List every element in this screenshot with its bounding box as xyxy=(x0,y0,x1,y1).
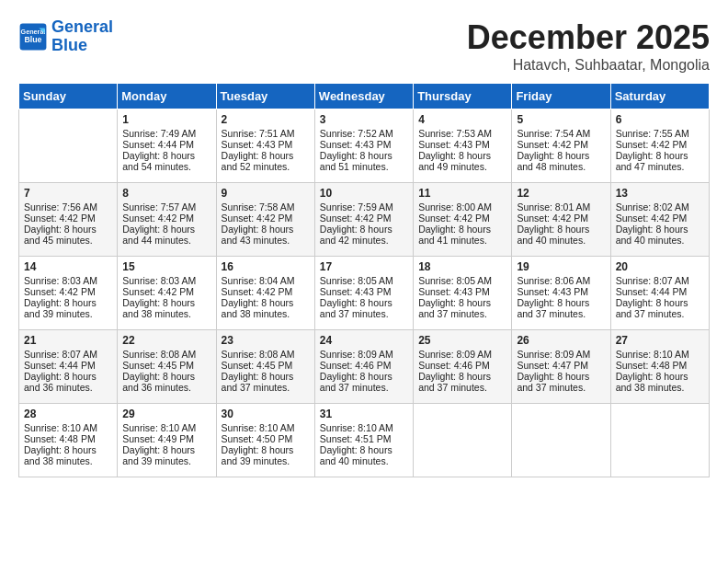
header: General Blue General Blue December 2025 … xyxy=(18,18,710,74)
day-info-line: Daylight: 8 hours xyxy=(222,297,310,308)
calendar-cell xyxy=(512,404,610,477)
day-info-line: Sunset: 4:42 PM xyxy=(122,286,210,297)
day-info-line: Sunset: 4:42 PM xyxy=(24,286,112,297)
day-info-line: Daylight: 8 hours xyxy=(616,371,704,382)
day-info-line: Sunrise: 8:03 AM xyxy=(122,275,210,286)
day-info-line: and 44 minutes. xyxy=(122,235,210,246)
day-info-line: Sunset: 4:51 PM xyxy=(320,433,408,444)
day-info-line: Daylight: 8 hours xyxy=(418,297,506,308)
day-info-line: Sunset: 4:42 PM xyxy=(320,213,408,224)
day-info-line: and 38 minutes. xyxy=(616,382,704,393)
day-number: 11 xyxy=(418,187,506,200)
day-info-line: Sunset: 4:48 PM xyxy=(616,360,704,371)
day-info-line: Sunset: 4:50 PM xyxy=(222,433,310,444)
day-info-line: Daylight: 8 hours xyxy=(517,297,605,308)
day-number: 20 xyxy=(616,260,704,273)
day-info-line: Sunset: 4:46 PM xyxy=(320,360,408,371)
day-info-line: and 45 minutes. xyxy=(24,235,112,246)
day-info-line: Daylight: 8 hours xyxy=(418,150,506,161)
day-info-line: and 40 minutes. xyxy=(320,455,408,466)
day-info-line: Sunset: 4:44 PM xyxy=(24,360,112,371)
calendar-cell: 25Sunrise: 8:09 AMSunset: 4:46 PMDayligh… xyxy=(414,330,512,404)
day-info-line: and 37 minutes. xyxy=(418,382,506,393)
day-info-line: Sunrise: 7:58 AM xyxy=(222,201,310,213)
day-info-line: Sunrise: 8:10 AM xyxy=(24,422,112,433)
day-info-line: and 37 minutes. xyxy=(222,382,310,393)
day-number: 22 xyxy=(122,334,210,347)
day-info-line: Daylight: 8 hours xyxy=(616,297,704,308)
day-info-line: and 36 minutes. xyxy=(122,382,210,393)
day-info-line: Sunset: 4:43 PM xyxy=(418,139,506,150)
weekday-header: Monday xyxy=(118,84,216,109)
day-info-line: Sunrise: 7:54 AM xyxy=(517,128,605,139)
day-info-line: Daylight: 8 hours xyxy=(222,371,310,382)
day-info-line: and 40 minutes. xyxy=(616,235,704,246)
day-info-line: Sunset: 4:43 PM xyxy=(517,286,605,297)
day-info-line: and 38 minutes. xyxy=(24,455,112,466)
location-title: Hatavch, Suhbaatar, Mongolia xyxy=(467,57,710,74)
calendar-cell: 8Sunrise: 7:57 AMSunset: 4:42 PMDaylight… xyxy=(118,183,216,257)
day-info-line: Sunrise: 8:09 AM xyxy=(517,349,605,360)
weekday-row: SundayMondayTuesdayWednesdayThursdayFrid… xyxy=(19,84,710,109)
day-info-line: Sunset: 4:43 PM xyxy=(418,286,506,297)
day-info-line: Sunrise: 8:09 AM xyxy=(320,349,408,360)
calendar-week-row: 7Sunrise: 7:56 AMSunset: 4:42 PMDaylight… xyxy=(19,183,710,257)
day-number: 12 xyxy=(517,187,605,200)
day-info-line: Sunrise: 8:00 AM xyxy=(418,201,506,213)
day-info-line: Daylight: 8 hours xyxy=(320,150,408,161)
day-number: 16 xyxy=(222,260,310,273)
day-number: 1 xyxy=(122,113,210,126)
day-info-line: Sunrise: 8:05 AM xyxy=(418,275,506,286)
calendar-header: SundayMondayTuesdayWednesdayThursdayFrid… xyxy=(19,84,710,109)
weekday-header: Saturday xyxy=(610,84,709,109)
calendar-cell: 14Sunrise: 8:03 AMSunset: 4:42 PMDayligh… xyxy=(19,257,118,330)
calendar-cell: 12Sunrise: 8:01 AMSunset: 4:42 PMDayligh… xyxy=(512,183,610,257)
day-info-line: Sunrise: 7:53 AM xyxy=(418,128,506,139)
day-info-line: Sunset: 4:42 PM xyxy=(222,213,310,224)
day-info-line: Sunrise: 8:03 AM xyxy=(24,275,112,286)
day-info-line: Sunrise: 7:56 AM xyxy=(24,201,112,213)
day-info-line: Sunrise: 8:04 AM xyxy=(222,275,310,286)
day-info-line: and 54 minutes. xyxy=(122,161,210,172)
day-info-line: and 41 minutes. xyxy=(418,235,506,246)
month-title: December 2025 xyxy=(467,18,710,57)
logo-line1: General xyxy=(51,17,113,36)
day-info-line: Sunset: 4:45 PM xyxy=(122,360,210,371)
calendar-cell xyxy=(414,404,512,477)
day-info-line: Sunrise: 8:10 AM xyxy=(122,422,210,433)
day-info-line: Daylight: 8 hours xyxy=(24,297,112,308)
day-info-line: and 48 minutes. xyxy=(517,161,605,172)
weekday-header: Wednesday xyxy=(314,84,413,109)
day-info-line: Daylight: 8 hours xyxy=(517,150,605,161)
calendar-cell: 5Sunrise: 7:54 AMSunset: 4:42 PMDaylight… xyxy=(512,109,610,183)
day-info-line: Daylight: 8 hours xyxy=(418,224,506,235)
day-info-line: and 37 minutes. xyxy=(320,308,408,319)
weekday-header: Friday xyxy=(512,84,610,109)
day-info-line: Sunset: 4:48 PM xyxy=(24,433,112,444)
logo-line2: Blue xyxy=(51,36,87,54)
day-number: 13 xyxy=(616,187,704,200)
day-number: 8 xyxy=(122,187,210,200)
day-info-line: Sunrise: 8:09 AM xyxy=(418,349,506,360)
day-info-line: Sunset: 4:46 PM xyxy=(418,360,506,371)
weekday-header: Tuesday xyxy=(216,84,314,109)
weekday-header: Thursday xyxy=(414,84,512,109)
day-info-line: Sunset: 4:49 PM xyxy=(122,433,210,444)
calendar-cell: 11Sunrise: 8:00 AMSunset: 4:42 PMDayligh… xyxy=(414,183,512,257)
calendar-cell: 26Sunrise: 8:09 AMSunset: 4:47 PMDayligh… xyxy=(512,330,610,404)
calendar-cell: 2Sunrise: 7:51 AMSunset: 4:43 PMDaylight… xyxy=(216,109,314,183)
day-info-line: Sunrise: 7:57 AM xyxy=(122,201,210,213)
day-info-line: Daylight: 8 hours xyxy=(122,297,210,308)
day-info-line: and 39 minutes. xyxy=(24,308,112,319)
day-number: 28 xyxy=(24,408,112,420)
day-info-line: and 52 minutes. xyxy=(222,161,310,172)
day-info-line: and 36 minutes. xyxy=(24,382,112,393)
day-info-line: Sunset: 4:42 PM xyxy=(418,213,506,224)
day-number: 24 xyxy=(320,334,408,347)
day-info-line: Daylight: 8 hours xyxy=(122,224,210,235)
day-info-line: Sunset: 4:44 PM xyxy=(122,139,210,150)
day-info-line: Sunrise: 8:10 AM xyxy=(222,422,310,433)
calendar-cell: 27Sunrise: 8:10 AMSunset: 4:48 PMDayligh… xyxy=(610,330,709,404)
calendar-cell: 3Sunrise: 7:52 AMSunset: 4:43 PMDaylight… xyxy=(314,109,413,183)
day-info-line: Sunrise: 8:05 AM xyxy=(320,275,408,286)
